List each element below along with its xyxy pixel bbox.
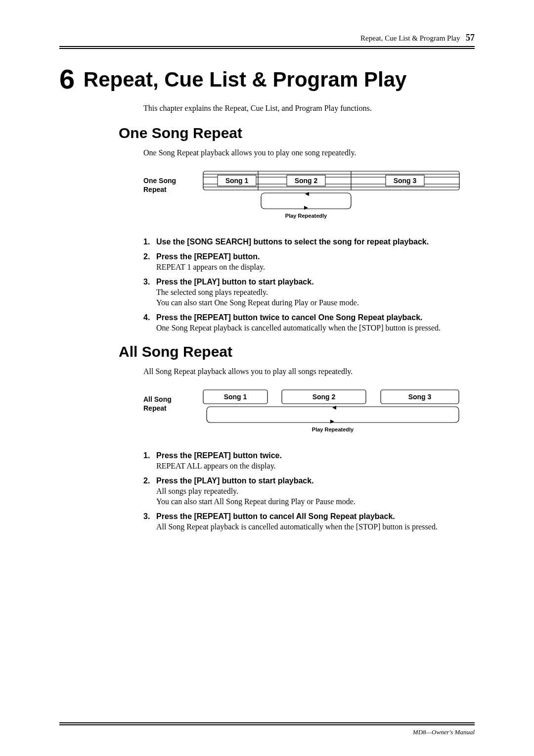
section-heading-all-song: All Song Repeat — [119, 343, 475, 360]
svg-text:Song 1: Song 1 — [224, 393, 247, 401]
svg-marker-13 — [305, 192, 309, 196]
chapter-intro: This chapter explains the Repeat, Cue Li… — [143, 104, 475, 113]
all-song-steps: 1. Press the [REPEAT] button twice. REPE… — [143, 451, 475, 531]
one-song-diagram: One Song Repeat Song 1 Song 2 Song 3 — [143, 167, 475, 224]
svg-text:Song 3: Song 3 — [394, 177, 417, 185]
step: 1. Use the [SONG SEARCH] buttons to sele… — [143, 237, 475, 246]
svg-text:Song 1: Song 1 — [225, 177, 249, 185]
svg-text:Song 3: Song 3 — [408, 393, 432, 401]
step: 3. Press the [REPEAT] button to cancel A… — [143, 512, 475, 531]
footer-rule — [59, 722, 475, 725]
step: 3. Press the [PLAY] button to start play… — [143, 278, 475, 307]
step: 4. Press the [REPEAT] button twice to ca… — [143, 313, 475, 332]
svg-text:Play Repeatedly: Play Repeatedly — [312, 426, 354, 432]
one-song-steps: 1. Use the [SONG SEARCH] buttons to sele… — [143, 237, 475, 332]
svg-marker-22 — [332, 406, 336, 410]
section-intro-one-song: One Song Repeat playback allows you to p… — [143, 148, 475, 157]
chapter-number: 6 — [59, 63, 75, 94]
svg-text:Song 2: Song 2 — [295, 177, 318, 185]
chapter-title-text: Repeat, Cue List & Program Play — [84, 68, 407, 91]
all-song-diagram: All Song Repeat Song 1 Song 2 Song 3 Pla… — [143, 386, 475, 437]
all-song-diagram-svg: Song 1 Song 2 Song 3 Play Repeatedly — [203, 386, 460, 435]
step: 2. Press the [REPEAT] button. REPEAT 1 a… — [143, 252, 475, 272]
section-heading-one-song: One Song Repeat — [119, 125, 475, 142]
section-intro-all-song: All Song Repeat playback allows you to p… — [143, 367, 475, 376]
one-song-diagram-svg: Song 1 Song 2 Song 3 Play Repeatedly — [203, 167, 460, 222]
svg-text:Play Repeatedly: Play Repeatedly — [285, 213, 327, 219]
chapter-title: 6 Repeat, Cue List & Program Play — [59, 63, 475, 95]
svg-marker-23 — [330, 420, 334, 424]
page-header: Repeat, Cue List & Program Play 57 — [59, 33, 475, 43]
footer-text: MD8—Owner's Manual — [413, 728, 475, 736]
diagram-label-all-song: All Song Repeat — [143, 386, 203, 413]
header-rule — [59, 46, 475, 49]
step: 1. Press the [REPEAT] button twice. REPE… — [143, 451, 475, 471]
running-title: Repeat, Cue List & Program Play — [360, 34, 460, 42]
diagram-label-one-song: One Song Repeat — [143, 167, 203, 194]
step: 2. Press the [PLAY] button to start play… — [143, 476, 475, 506]
svg-text:Song 2: Song 2 — [312, 393, 336, 401]
svg-marker-14 — [304, 206, 308, 210]
page-number: 57 — [466, 33, 475, 43]
